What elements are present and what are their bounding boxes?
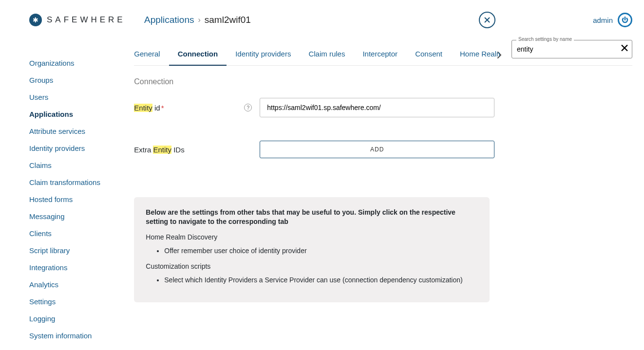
tab-connection[interactable]: Connection — [169, 45, 227, 66]
brand-name: SAFEWHERE — [47, 15, 126, 25]
tabs: GeneralConnectionIdentity providersClaim… — [134, 45, 632, 66]
snowflake-icon: ✱ — [29, 14, 42, 26]
infobox-link[interactable]: Select which Identity Providers a Servic… — [164, 275, 478, 285]
entity-id-row: Entity id* ? — [134, 98, 632, 117]
highlight-text: Entity — [153, 146, 171, 154]
current-user[interactable]: admin — [593, 16, 613, 24]
breadcrumb-root[interactable]: Applications — [144, 15, 194, 25]
sidebar-item-messaging[interactable]: Messaging — [29, 208, 134, 225]
tab-consent[interactable]: Consent — [406, 45, 451, 65]
infobox-heading: Below are the settings from other tabs t… — [146, 208, 478, 226]
add-extra-entity-id-button[interactable]: ADD — [260, 141, 494, 158]
extra-entity-ids-label: Extra Entity IDs — [134, 146, 244, 154]
infobox-section-title: Home Realm Discovery — [146, 233, 478, 241]
sidebar-item-clients[interactable]: Clients — [29, 225, 134, 242]
related-settings-box: Below are the settings from other tabs t… — [134, 197, 490, 302]
close-button[interactable] — [479, 12, 495, 28]
infobox-link-list: Select which Identity Providers a Servic… — [146, 275, 478, 285]
highlight-text: Entity — [134, 104, 152, 112]
tab-home-realm[interactable]: Home Realm — [451, 45, 500, 65]
chevron-right-icon: › — [198, 16, 200, 24]
sidebar-item-applications[interactable]: Applications — [29, 106, 134, 123]
sidebar-item-analytics[interactable]: Analytics — [29, 276, 134, 293]
infobox-section-title: Customization scripts — [146, 262, 478, 270]
tab-general[interactable]: General — [134, 45, 169, 65]
breadcrumb: Applications › saml2wif01 — [144, 15, 479, 25]
help-icon[interactable]: ? — [244, 104, 252, 111]
search-clear-button[interactable] — [621, 44, 628, 55]
sidebar-item-claim-transformations[interactable]: Claim transformations — [29, 174, 134, 191]
sidebar-item-hosted-forms[interactable]: Hosted forms — [29, 191, 134, 208]
sidebar-item-settings[interactable]: Settings — [29, 293, 134, 310]
search-input[interactable] — [511, 40, 632, 58]
sidebar-item-users[interactable]: Users — [29, 89, 134, 106]
tab-interceptor[interactable]: Interceptor — [354, 45, 406, 65]
sidebar-item-script-library[interactable]: Script library — [29, 242, 134, 259]
sidebar-item-organizations[interactable]: Organizations — [29, 55, 134, 72]
sidebar-item-groups[interactable]: Groups — [29, 72, 134, 89]
sidebar-item-attribute-services[interactable]: Attribute services — [29, 123, 134, 140]
close-icon — [621, 44, 628, 52]
power-button[interactable] — [618, 13, 632, 27]
extra-entity-ids-row: Extra Entity IDs ADD — [134, 141, 632, 158]
search-label: Search settings by name — [516, 37, 574, 42]
tab-claim-rules[interactable]: Claim rules — [300, 45, 354, 65]
tab-identity-providers[interactable]: Identity providers — [227, 45, 300, 65]
sidebar-item-integrations[interactable]: Integrations — [29, 259, 134, 276]
search-settings: Search settings by name — [511, 40, 632, 58]
sidebar-item-logging[interactable]: Logging — [29, 310, 134, 327]
entity-id-input[interactable] — [260, 98, 494, 117]
sidebar-item-identity-providers[interactable]: Identity providers — [29, 140, 134, 157]
breadcrumb-current: saml2wif01 — [205, 15, 251, 25]
sidebar-item-system-information[interactable]: System information — [29, 327, 134, 344]
sidebar-item-claims[interactable]: Claims — [29, 157, 134, 174]
entity-id-label: Entity id* — [134, 104, 244, 112]
power-icon — [622, 17, 628, 23]
infobox-link[interactable]: Offer remember user choice of identity p… — [164, 246, 478, 256]
section-title: Connection — [134, 66, 632, 98]
required-marker: * — [160, 104, 164, 112]
brand-logo[interactable]: ✱ SAFEWHERE — [29, 14, 144, 26]
close-icon — [483, 16, 491, 24]
sidebar: OrganizationsGroupsUsersApplicationsAttr… — [0, 31, 134, 344]
infobox-link-list: Offer remember user choice of identity p… — [146, 246, 478, 256]
